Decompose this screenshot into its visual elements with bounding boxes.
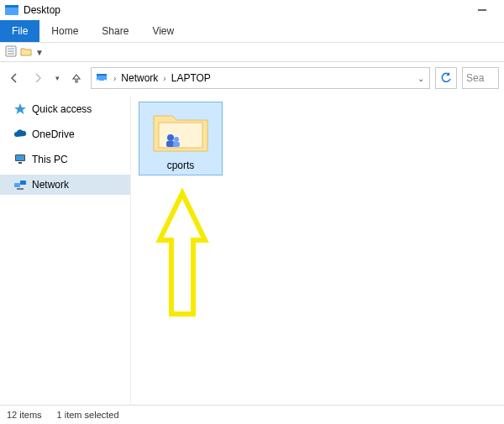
breadcrumb-label: LAPTOP [171,72,211,84]
file-tab[interactable]: File [0,20,39,42]
tab-home[interactable]: Home [39,20,90,42]
svg-point-17 [167,134,174,141]
content-pane[interactable]: cports [131,96,504,406]
search-placeholder: Sea [466,72,484,84]
svg-rect-12 [16,155,24,160]
window-title: Desktop [24,4,60,16]
up-button[interactable] [67,69,86,87]
forward-button[interactable] [29,69,47,87]
breadcrumb-laptop[interactable]: LAPTOP [171,72,211,84]
refresh-button[interactable] [435,67,457,89]
svg-rect-14 [14,183,20,187]
breadcrumb-network[interactable]: Network [121,72,158,84]
svg-rect-20 [173,142,180,147]
nav-label: OneDrive [32,128,75,140]
breadcrumb-label: Network [121,72,158,84]
breadcrumb-separator: › [161,74,167,83]
monitor-icon [13,153,27,166]
nav-label: Quick access [32,103,92,115]
search-box[interactable]: Sea [462,67,499,89]
svg-rect-13 [18,162,22,164]
back-button[interactable] [5,69,24,87]
address-bar[interactable]: › Network › LAPTOP ⌄ [91,67,430,89]
svg-rect-15 [20,181,26,185]
svg-point-9 [97,79,99,81]
recent-dropdown[interactable]: ▾ [52,69,62,87]
nav-quick-access[interactable]: Quick access [0,99,130,119]
address-dropdown-icon[interactable]: ⌄ [416,74,426,83]
minimize-button[interactable] [465,0,499,20]
status-item-count: 12 items [7,410,42,420]
status-bar: 12 items 1 item selected [0,405,504,424]
breadcrumb-separator: › [112,74,118,83]
ribbon-tabs: File Home Share View [0,20,504,43]
folder-label: cports [167,160,195,171]
navigation-pane: Quick access OneDrive This PC [0,96,131,406]
location-icon [95,71,108,86]
svg-point-10 [104,79,106,81]
status-selection: 1 item selected [57,410,119,420]
address-row: ▾ › Network › LAPTOP ⌄ Sea [0,62,504,94]
nav-onedrive[interactable]: OneDrive [0,124,130,144]
explorer-body: Quick access OneDrive This PC [0,96,504,406]
nav-label: Network [32,179,69,191]
shared-folder-icon [150,106,211,154]
folder-item-cports[interactable]: cports [139,102,222,175]
cloud-icon [13,128,27,141]
tab-view[interactable]: View [140,20,186,42]
star-icon [13,102,27,116]
tab-share[interactable]: Share [90,20,140,42]
qat-newfolder-icon[interactable] [20,45,32,60]
svg-rect-8 [97,74,107,76]
network-icon [13,178,27,191]
nav-this-pc[interactable]: This PC [0,149,130,170]
svg-rect-1 [5,5,18,8]
title-bar: Desktop [0,0,504,20]
nav-label: This PC [32,154,68,165]
qat-properties-icon[interactable] [5,45,17,60]
quick-access-toolbar: ▼ [0,43,504,62]
window-icon [5,3,18,17]
annotation-arrow-up [155,188,210,325]
nav-network[interactable]: Network [0,175,130,195]
qat-dropdown-icon[interactable]: ▼ [35,48,44,57]
svg-point-19 [174,137,179,142]
